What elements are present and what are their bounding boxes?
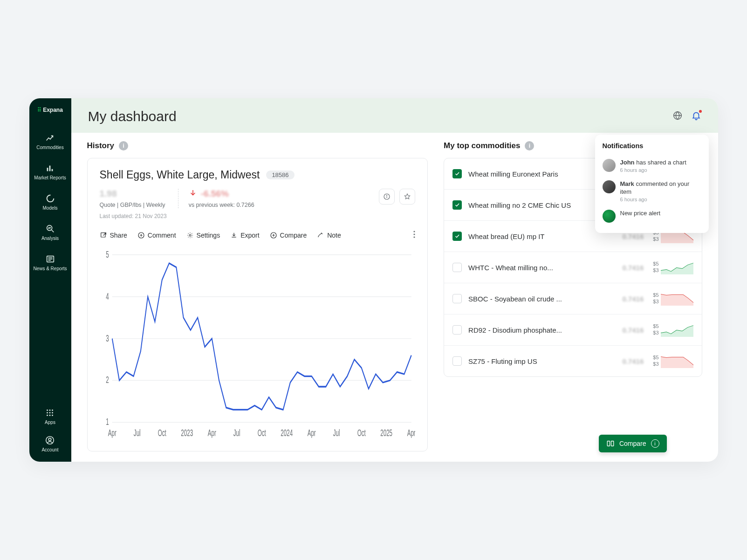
svg-text:2023: 2023 [181, 428, 193, 438]
sidebar-item-label: Models [42, 205, 57, 211]
chart-svg: 12345 AprJulOct2023AprJulOct2024AprJulOc… [100, 248, 416, 442]
notification-time: 6 hours ago [620, 197, 701, 202]
compare-button[interactable]: Compare i [599, 435, 667, 452]
info-icon[interactable]: i [119, 141, 128, 150]
commodity-value-blurred: 0.7416 [622, 326, 644, 334]
checkbox[interactable] [452, 232, 462, 241]
export-tool[interactable]: Export [230, 232, 259, 239]
notification-dot [699, 110, 702, 113]
share-label: Share [110, 232, 127, 239]
settings-label: Settings [197, 232, 220, 239]
sidebar-item-analysis[interactable]: Analysis [41, 224, 59, 241]
svg-text:5: 5 [106, 250, 109, 260]
checkbox[interactable] [452, 325, 462, 335]
sidebar: ⠿ Expana Commodities Market Reports Mode… [29, 98, 71, 462]
line-chart[interactable]: 12345 AprJulOct2023AprJulOct2024AprJulOc… [100, 248, 416, 442]
commodity-row[interactable]: WHTC - Wheat milling no...0.7416$5$3 [444, 252, 701, 283]
svg-point-10 [49, 412, 51, 414]
globe-icon[interactable] [672, 110, 683, 123]
info-icon: i [651, 439, 659, 448]
svg-point-25 [414, 233, 415, 235]
spinner-icon [45, 193, 55, 204]
svg-point-13 [49, 415, 51, 416]
sparkline: $5$3 [653, 354, 693, 368]
checkbox[interactable] [452, 200, 462, 210]
svg-text:4: 4 [106, 292, 109, 301]
note-label: Note [327, 232, 341, 239]
bars-icon [45, 163, 55, 173]
settings-tool[interactable]: Settings [186, 232, 220, 239]
spark-high: $5 [653, 261, 658, 267]
sidebar-item-commodities[interactable]: Commodities [36, 133, 63, 150]
commodity-row[interactable]: SZ75 - Fluting imp US0.7416$5$3 [444, 346, 701, 376]
svg-point-11 [52, 412, 54, 414]
svg-marker-56 [661, 357, 693, 368]
info-button[interactable] [379, 189, 395, 205]
svg-text:Apr: Apr [407, 428, 415, 438]
spark-low: $3 [653, 267, 658, 274]
sidebar-item-market-reports[interactable]: Market Reports [34, 163, 66, 180]
svg-text:Oct: Oct [357, 428, 365, 438]
notification-item[interactable]: John has shared a chart6 hours ago [603, 155, 701, 177]
more-menu[interactable] [413, 231, 415, 239]
comment-label: Comment [148, 232, 176, 239]
svg-text:Jul: Jul [333, 428, 340, 438]
spark-high: $5 [653, 355, 658, 361]
commodity-row[interactable]: RD92 - Disodium phosphate...0.7416$5$3 [444, 314, 701, 346]
svg-text:2: 2 [106, 375, 109, 385]
avatar [603, 180, 616, 193]
history-column: History i Shell Eggs, White Large, Midwe… [87, 141, 444, 451]
svg-text:1: 1 [106, 417, 109, 427]
sidebar-item-models[interactable]: Models [42, 193, 57, 211]
svg-point-14 [52, 415, 54, 416]
arrow-down-icon [189, 189, 197, 199]
favorite-button[interactable] [399, 189, 415, 205]
commodity-name: RD92 - Disodium phosphate... [468, 326, 616, 334]
history-title: History [87, 141, 115, 150]
svg-rect-0 [47, 168, 48, 171]
checkbox[interactable] [452, 263, 462, 272]
spark-low: $3 [653, 236, 658, 243]
svg-rect-2 [52, 169, 53, 171]
checkbox[interactable] [452, 169, 462, 178]
compare-label: Compare [280, 232, 307, 239]
gear-icon [186, 232, 194, 239]
commodity-row[interactable]: SBOC - Soyabean oil crude ...0.7416$5$3 [444, 283, 701, 314]
svg-marker-53 [661, 263, 693, 274]
commodity-value-blurred: 0.7416 [622, 232, 644, 240]
sidebar-item-account[interactable]: Account [41, 435, 58, 452]
export-label: Export [240, 232, 259, 239]
titlebar: My dashboard [71, 98, 718, 133]
svg-point-12 [47, 415, 48, 416]
svg-text:Oct: Oct [257, 428, 266, 438]
svg-point-26 [414, 236, 415, 238]
sidebar-item-label: Market Reports [34, 175, 66, 180]
svg-rect-58 [611, 441, 613, 446]
magnify-chart-icon [45, 224, 55, 234]
notification-item[interactable]: New price alert [603, 206, 701, 226]
info-icon[interactable]: i [525, 141, 534, 150]
svg-rect-20 [101, 232, 105, 237]
sidebar-item-news-reports[interactable]: News & Reports [33, 254, 67, 271]
note-tool[interactable]: Note [317, 232, 341, 239]
checkbox[interactable] [452, 294, 462, 303]
sidebar-nav: Commodities Market Reports Models Analys… [29, 133, 71, 271]
svg-marker-55 [661, 326, 693, 337]
compare-tool[interactable]: Compare [270, 232, 307, 239]
sparkline: $5$3 [653, 323, 693, 337]
notifications-bell-icon[interactable] [691, 110, 701, 123]
svg-point-8 [52, 410, 54, 411]
svg-point-24 [414, 231, 415, 232]
notification-item[interactable]: Mark commented on your item6 hours ago [603, 177, 701, 206]
svg-point-3 [47, 195, 54, 202]
comment-tool[interactable]: Comment [137, 232, 176, 239]
commodity-value-blurred: 0.7416 [622, 264, 644, 272]
brand: ⠿ Expana [37, 107, 63, 113]
sidebar-item-apps[interactable]: Apps [45, 408, 55, 425]
sidebar-item-label: Account [41, 447, 58, 452]
checkbox[interactable] [452, 356, 462, 366]
compare-button-label: Compare [619, 440, 646, 447]
commodity-title: Shell Eggs, White Large, Midwest [100, 169, 260, 181]
share-tool[interactable]: Share [100, 232, 127, 239]
commodity-name: Wheat milling Euronext Paris [468, 170, 616, 178]
